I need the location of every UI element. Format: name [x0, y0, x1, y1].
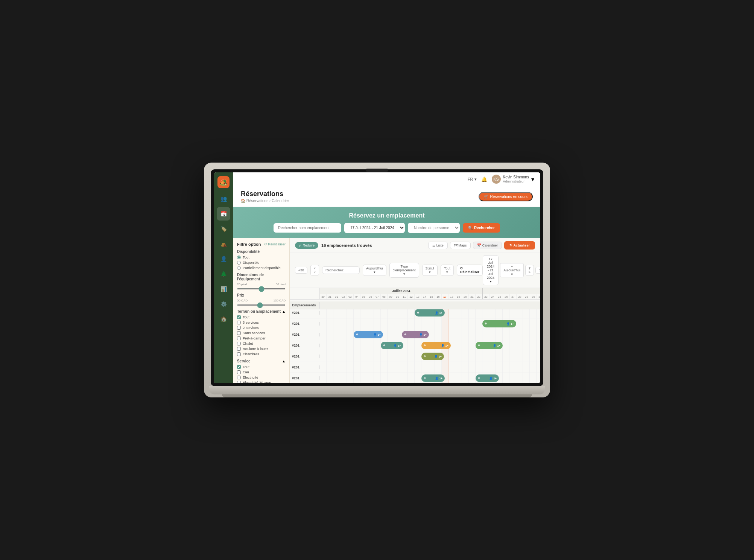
row-days: ⊕👤 1+⊕👤 1+⊕👤 1+ [320, 340, 540, 351]
day-cell-bg [394, 351, 401, 362]
gantt-bar[interactable]: ⊕👤 1+ [421, 353, 444, 360]
day-cell-bg [455, 318, 462, 329]
date-range-pill[interactable]: 17 Juil 2024 - 21 Juil 2024 ▾ [483, 255, 499, 285]
day-cell-bg [354, 373, 360, 383]
aujourdhui-filter[interactable]: Aujourd'hui ▾ [363, 265, 386, 276]
sidebar-item-calendar[interactable]: 📅 [217, 207, 230, 221]
bar-icon: ⊕ [417, 311, 419, 314]
terrain-tout[interactable]: Tout [237, 315, 286, 319]
service-tout[interactable]: Tout [237, 365, 286, 369]
sidebar-item-settings[interactable]: ⚙️ [217, 297, 230, 311]
calendar-search-input[interactable] [322, 266, 360, 274]
day-cell-bg [333, 362, 340, 373]
gantt-bar[interactable]: ⊕👤 1+ [421, 342, 451, 349]
gantt-bar[interactable]: ⊕👤 1+ [421, 374, 445, 382]
day-cell-bg [340, 373, 347, 383]
day-cell-bg [408, 351, 415, 362]
type-emplacement-filter[interactable]: Type d'emplacement ▾ [389, 263, 419, 278]
terrain-label: Terrain ou Emplacement [237, 309, 281, 313]
disponibilite-tout[interactable]: Tout [237, 255, 286, 259]
filter-panel: Filtre option ↺ Réinitialiser Disponibil… [233, 238, 290, 383]
location-search-input[interactable] [274, 223, 341, 233]
table-row[interactable]: #201⊕👤 1+⊕👤 1+ [290, 373, 540, 383]
day-cell-bg [408, 340, 415, 351]
filter-reset-button[interactable]: ↺ Réinitialiser [264, 242, 286, 246]
day-cell-bg [360, 373, 367, 383]
tout-filter[interactable]: Tout ▾ [441, 265, 454, 276]
table-row[interactable]: #201⊕👤 1+⊕👤 1+⊕👤 1+ [290, 340, 540, 351]
gantt-bar[interactable]: ⊕👤 1+ [476, 374, 499, 382]
terrain-2services[interactable]: 2 services [237, 326, 286, 330]
prix-range-slider[interactable] [237, 304, 286, 306]
terrain-pret-a-camper[interactable]: Prêt-à-camper [237, 336, 286, 340]
bar-icon: ⊕ [478, 377, 480, 380]
hero-search-button[interactable]: 🔍 Rechercher [463, 223, 500, 233]
day-cell-bg [320, 373, 327, 383]
view-list-button[interactable]: ☰ Liste [428, 242, 448, 249]
language-selector[interactable]: FR ▾ [468, 177, 477, 182]
day-cell-bg [421, 362, 428, 373]
table-row[interactable]: #201⊕👤 1+ [290, 318, 540, 329]
view-maps-button[interactable]: 🗺 Maps [450, 242, 471, 249]
table-row[interactable]: #201⊕👤 1+ [290, 351, 540, 362]
day-cell-bg [530, 351, 537, 362]
reservations-en-cours-button[interactable]: 🛒 Réservations en cours [479, 192, 533, 201]
terrain-sans-services[interactable]: Sans services [237, 331, 286, 335]
day-cell-bg [455, 329, 462, 340]
sidebar-item-tree[interactable]: 🌲 [217, 267, 230, 281]
nav-next-30-button[interactable]: 30» [535, 267, 540, 274]
gantt-bar[interactable]: ⊕👤 1+ [381, 342, 403, 349]
actualiser-button[interactable]: ↻ Actualiser [504, 241, 535, 250]
person-count-select[interactable]: Nombre de personne [408, 223, 460, 233]
reduire-button[interactable]: ↙ Réduire [295, 242, 318, 249]
nav-prev-30-button[interactable]: «30 [295, 267, 307, 274]
dimensions-range-slider[interactable] [237, 288, 286, 289]
sidebar-item-tent[interactable]: ⛺ [217, 237, 230, 251]
statut-filter[interactable]: Statut ▾ [422, 265, 438, 276]
disponibilite-partiel[interactable]: Partiellement disponible [237, 266, 286, 270]
terrain-roulotte[interactable]: Roulotte à louer [237, 347, 286, 351]
day-cell-bg [469, 340, 476, 351]
nav-next-7-button[interactable]: 7 » [525, 265, 534, 275]
table-row[interactable]: #201⊕👤 1+⊕👤 1+ [290, 329, 540, 340]
gantt-bar[interactable]: ⊕👤 1+ [354, 331, 383, 338]
sidebar-item-home[interactable]: 🏠 [217, 312, 230, 326]
table-row[interactable]: #201 [290, 362, 540, 373]
gantt-bar[interactable]: ⊕👤 1+ [402, 331, 429, 338]
day-cell-bg [347, 318, 354, 329]
service-eau[interactable]: Eau [237, 370, 286, 374]
gantt-bar[interactable]: ⊕👤 1+ [476, 342, 503, 349]
notifications-bell[interactable]: 🔔 [481, 177, 487, 182]
reinitialiser-link[interactable]: ⟳ Réinitialiser [457, 265, 483, 276]
service-electricite[interactable]: Électricité [237, 375, 286, 379]
gantt-bar[interactable]: ⊕👤 1+ [415, 309, 445, 317]
sidebar-item-chart[interactable]: 📊 [217, 282, 230, 296]
day-cell-bg [530, 373, 537, 383]
bar-occupants: 👤 1+ [435, 311, 442, 315]
sidebar-item-people[interactable]: 👥 [217, 192, 230, 205]
gantt-wrapper[interactable]: Juillet 2024 30 31 01 02 03 04 [290, 288, 540, 383]
day-cell-bg [509, 340, 516, 351]
day-cell-bg [340, 318, 347, 329]
disponibilite-disponible[interactable]: Disponible [237, 260, 286, 265]
sidebar-logo[interactable]: 🏕️ [217, 176, 230, 188]
gantt-bar[interactable]: ⊕👤 1+ [482, 320, 516, 327]
calendar-controls: «30 « 7 Aujourd'hui ▾ Type d'emplacement… [290, 253, 540, 288]
bar-icon: ⊕ [485, 322, 487, 325]
service-electricite-20[interactable]: Électricité 20 amp [237, 380, 286, 383]
day-cell-bg [442, 329, 448, 340]
sidebar-item-tag[interactable]: 🏷️ [217, 222, 230, 236]
nav-prev-7-button[interactable]: « 7 [310, 265, 319, 275]
terrain-chalet[interactable]: Chalet [237, 341, 286, 345]
nav-today-button[interactable]: » Aujourd'hui « [500, 263, 524, 277]
terrain-chambres[interactable]: Chambres [237, 352, 286, 356]
sidebar-item-users[interactable]: 👤 [217, 252, 230, 266]
terrain-3services[interactable]: 3 services [237, 320, 286, 324]
view-calendar-button[interactable]: 📅 Calendrier [473, 242, 502, 249]
day-cell-bg [496, 329, 503, 340]
day-cell-bg [469, 318, 476, 329]
date-range-select[interactable]: 17 Juil 2024 - 21 Juil 2024 [344, 223, 405, 233]
day-cell-bg [496, 351, 503, 362]
user-menu[interactable]: KS Kevin Simmons Administrateur ▾ [492, 175, 534, 184]
day-cell-bg [469, 362, 476, 373]
